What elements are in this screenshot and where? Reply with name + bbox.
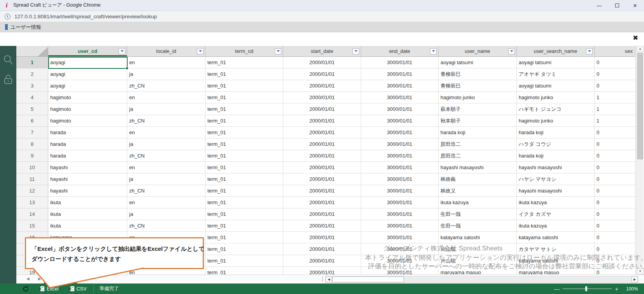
grid-cell[interactable]: hayashi masayoshi [439, 162, 517, 173]
grid-cell[interactable]: 2000/01/01 [283, 92, 361, 103]
grid-cell[interactable]: 3000/01/01 [361, 68, 439, 80]
grid-cell[interactable]: term_01 [205, 255, 283, 267]
filter-button-user_cd[interactable] [119, 48, 125, 54]
grid-cell[interactable]: 2000/01/01 [283, 57, 361, 68]
grid-cell[interactable]: 0 [595, 185, 635, 197]
scroll-left-button[interactable]: ◀ [326, 276, 332, 282]
grid-cell[interactable]: 2000/01/01 [283, 243, 361, 255]
filter-button-end_date[interactable] [430, 48, 437, 54]
column-header-user_search_name[interactable]: user_search_name [517, 46, 595, 57]
grid-cell[interactable]: ikuta [48, 220, 127, 232]
zoom-slider-handle[interactable] [585, 286, 587, 291]
grid-cell[interactable]: term_01 [205, 138, 283, 150]
row-header-12[interactable]: 12 [16, 185, 48, 197]
grid-cell[interactable]: ja [127, 68, 205, 80]
grid-cell[interactable]: en [127, 162, 205, 173]
grid-cell[interactable]: ja [127, 208, 205, 220]
grid-cell[interactable]: term_01 [205, 162, 283, 173]
grid-cell[interactable]: 0 [595, 220, 635, 232]
grid-cell[interactable]: 2000/01/01 [283, 150, 361, 162]
row-header-11[interactable]: 11 [16, 173, 48, 185]
column-header-end_date[interactable]: end_date [361, 46, 439, 57]
grid-cell[interactable]: term_01 [205, 150, 283, 162]
grid-cell[interactable]: katayama satoshi [517, 232, 595, 243]
row-header-9[interactable]: 9 [16, 150, 48, 162]
grid-cell[interactable]: 片山聡 [439, 243, 517, 255]
grid-cell[interactable]: zh_CN [127, 185, 205, 197]
grid-cell[interactable]: maruyama masuo [517, 267, 595, 275]
grid-cell[interactable]: 3000/01/01 [361, 150, 439, 162]
grid-cell[interactable]: hagimoto junko [517, 92, 595, 103]
grid-cell[interactable]: 3000/01/01 [361, 185, 439, 197]
grid-cell[interactable]: 3000/01/01 [361, 255, 439, 267]
grid-cell[interactable]: hayashi [48, 185, 127, 197]
grid-cell[interactable]: aoyagi tatsumi [517, 80, 595, 92]
grid-cell[interactable]: 萩本順子 [439, 103, 517, 115]
grid-cell[interactable]: 3000/01/01 [361, 103, 439, 115]
grid-cell[interactable]: 2000/01/01 [283, 173, 361, 185]
grid-cell[interactable]: 0 [595, 138, 635, 150]
grid-cell[interactable]: 2000/01/01 [283, 197, 361, 208]
scroll-right-button[interactable]: ▶ [632, 276, 638, 282]
grid-cell[interactable]: イクタ カズヤ [517, 208, 595, 220]
grid-cell[interactable]: term_01 [205, 173, 283, 185]
row-header-1[interactable]: 1 [16, 57, 48, 68]
ellipsis-icon[interactable]: ⋮ [320, 276, 325, 282]
grid-cell[interactable]: aoyagi tatsumi [439, 57, 517, 68]
grid-cell[interactable]: hagimoto [48, 103, 127, 115]
grid-cell[interactable]: 0 [595, 150, 635, 162]
grid-cell[interactable]: term_01 [205, 243, 283, 255]
grid-cell[interactable]: term_01 [205, 57, 283, 68]
grid-cell[interactable]: term_01 [205, 92, 283, 103]
grid-cell[interactable]: aoyagi tatsumi [517, 57, 595, 68]
grid-cell[interactable]: 3000/01/01 [361, 243, 439, 255]
grid-cell[interactable]: 原田浩二 [439, 138, 517, 150]
grid-cell[interactable]: hagimoto junko [439, 92, 517, 103]
vertical-scrollbar[interactable]: ▲ ▼ [636, 46, 644, 275]
grid-cell[interactable]: 林政義 [439, 173, 517, 185]
horizontal-scrollbar[interactable]: ◀ ▶ [325, 276, 638, 283]
grid-cell[interactable]: 3000/01/01 [361, 115, 439, 127]
grid-cell[interactable]: ja [127, 173, 205, 185]
grid-cell[interactable]: 2000/01/01 [283, 80, 361, 92]
grid-cell[interactable]: 1 [595, 92, 635, 103]
grid-cell[interactable]: ハヤシ マサヨシ [517, 173, 595, 185]
grid-cell[interactable]: 3000/01/01 [361, 197, 439, 208]
info-icon[interactable]: i [5, 14, 11, 19]
window-close-button[interactable]: ✕ [626, 0, 644, 11]
grid-cell[interactable]: hagimoto junko [517, 115, 595, 127]
grid-cell[interactable]: zh_CN [127, 115, 205, 127]
row-header-14[interactable]: 14 [16, 208, 48, 220]
scroll-up-button[interactable]: ▲ [637, 46, 644, 52]
grid-cell[interactable]: 0 [595, 208, 635, 220]
grid-cell[interactable]: term_01 [205, 232, 283, 243]
grid-cell[interactable]: zh_CN [127, 150, 205, 162]
filter-button-user_name[interactable] [508, 48, 515, 54]
grid-cell[interactable]: term_01 [205, 80, 283, 92]
column-header-sex[interactable]: sex [595, 46, 635, 57]
grid-cell[interactable]: 3000/01/01 [361, 220, 439, 232]
grid-cell[interactable]: 0 [595, 80, 635, 92]
grid-cell[interactable]: term_01 [205, 103, 283, 115]
grid-cell[interactable]: term_01 [205, 185, 283, 197]
grid-cell[interactable]: 2000/01/01 [283, 185, 361, 197]
window-maximize-button[interactable] [608, 0, 626, 11]
grid-cell[interactable]: ikuta kazuya [439, 197, 517, 208]
column-header-start_date[interactable]: start_date [283, 46, 361, 57]
grid-cell[interactable]: 1 [595, 103, 635, 115]
grid-cell[interactable]: ikuta kazuya [517, 197, 595, 208]
unlock-icon[interactable] [3, 74, 14, 85]
grid-cell[interactable]: 2000/01/01 [283, 220, 361, 232]
grid-cell[interactable]: harada [48, 150, 127, 162]
grid-cell[interactable]: 3000/01/01 [361, 208, 439, 220]
grid-cell[interactable]: 0 [595, 197, 635, 208]
grid-cell[interactable]: 2000/01/01 [283, 103, 361, 115]
row-header-10[interactable]: 10 [16, 162, 48, 173]
grid-cell[interactable]: harada koji [439, 127, 517, 138]
select-all-corner[interactable] [16, 46, 48, 57]
grid-cell[interactable]: ハギモト ジュンコ [517, 103, 595, 115]
grid-cell[interactable]: ikuta [48, 208, 127, 220]
grid-cell[interactable]: katayama satoshi [439, 232, 517, 243]
grid-cell[interactable]: 0 [595, 267, 635, 275]
grid-cell[interactable]: ja [127, 103, 205, 115]
